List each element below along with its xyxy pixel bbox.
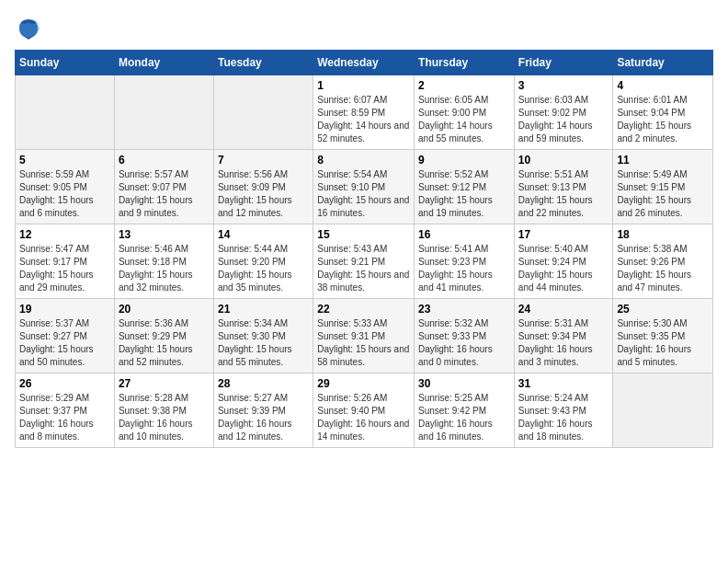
day-info: Sunrise: 5:30 AM Sunset: 9:35 PM Dayligh… (617, 317, 709, 369)
day-info: Sunrise: 5:38 AM Sunset: 9:26 PM Dayligh… (617, 243, 709, 294)
day-number: 5 (19, 154, 110, 167)
calendar-cell: 16Sunrise: 5:41 AM Sunset: 9:23 PM Dayli… (415, 224, 515, 299)
calendar-cell: 29Sunrise: 5:26 AM Sunset: 9:40 PM Dayli… (313, 373, 415, 448)
calendar-table: SundayMondayTuesdayWednesdayThursdayFrid… (15, 50, 713, 448)
day-info: Sunrise: 5:36 AM Sunset: 9:29 PM Dayligh… (119, 317, 210, 369)
weekday-header: Wednesday (313, 51, 415, 75)
weekday-header: Thursday (415, 51, 515, 75)
day-number: 30 (418, 377, 510, 390)
day-number: 31 (518, 377, 609, 390)
calendar-cell: 6Sunrise: 5:57 AM Sunset: 9:07 PM Daylig… (114, 150, 213, 224)
logo (15, 15, 46, 42)
weekday-header: Saturday (613, 51, 713, 75)
calendar-cell: 7Sunrise: 5:56 AM Sunset: 9:09 PM Daylig… (213, 150, 313, 224)
calendar-cell (114, 75, 213, 150)
calendar-cell (613, 373, 713, 448)
calendar-week-row: 26Sunrise: 5:29 AM Sunset: 9:37 PM Dayli… (16, 373, 713, 448)
day-number: 18 (617, 228, 709, 241)
calendar-week-row: 5Sunrise: 5:59 AM Sunset: 9:05 PM Daylig… (16, 150, 713, 224)
day-info: Sunrise: 5:51 AM Sunset: 9:13 PM Dayligh… (518, 168, 609, 220)
day-number: 26 (19, 377, 110, 390)
day-number: 2 (418, 79, 510, 92)
day-info: Sunrise: 5:52 AM Sunset: 9:12 PM Dayligh… (418, 168, 510, 220)
calendar-week-row: 1Sunrise: 6:07 AM Sunset: 8:59 PM Daylig… (16, 75, 713, 150)
day-info: Sunrise: 5:24 AM Sunset: 9:43 PM Dayligh… (518, 392, 609, 443)
calendar-body: 1Sunrise: 6:07 AM Sunset: 8:59 PM Daylig… (16, 75, 713, 448)
day-info: Sunrise: 5:25 AM Sunset: 9:42 PM Dayligh… (418, 392, 510, 443)
calendar-week-row: 19Sunrise: 5:37 AM Sunset: 9:27 PM Dayli… (16, 299, 713, 373)
calendar-cell: 11Sunrise: 5:49 AM Sunset: 9:15 PM Dayli… (613, 150, 713, 224)
calendar-cell: 19Sunrise: 5:37 AM Sunset: 9:27 PM Dayli… (16, 299, 115, 373)
day-info: Sunrise: 5:56 AM Sunset: 9:09 PM Dayligh… (218, 168, 309, 220)
calendar-cell: 21Sunrise: 5:34 AM Sunset: 9:30 PM Dayli… (213, 299, 313, 373)
day-number: 21 (218, 303, 309, 316)
calendar-cell: 31Sunrise: 5:24 AM Sunset: 9:43 PM Dayli… (514, 373, 613, 448)
weekday-header: Monday (114, 51, 213, 75)
day-info: Sunrise: 5:49 AM Sunset: 9:15 PM Dayligh… (617, 168, 709, 220)
day-number: 1 (317, 79, 410, 92)
calendar-header: SundayMondayTuesdayWednesdayThursdayFrid… (16, 51, 713, 75)
day-info: Sunrise: 5:46 AM Sunset: 9:18 PM Dayligh… (119, 243, 210, 294)
day-number: 6 (119, 154, 210, 167)
day-number: 16 (418, 228, 510, 241)
day-info: Sunrise: 5:54 AM Sunset: 9:10 PM Dayligh… (317, 168, 410, 220)
calendar-cell: 3Sunrise: 6:03 AM Sunset: 9:02 PM Daylig… (514, 75, 613, 150)
calendar-cell: 18Sunrise: 5:38 AM Sunset: 9:26 PM Dayli… (613, 224, 713, 299)
calendar-cell: 1Sunrise: 6:07 AM Sunset: 8:59 PM Daylig… (313, 75, 415, 150)
page-header (15, 15, 713, 42)
calendar-cell: 14Sunrise: 5:44 AM Sunset: 9:20 PM Dayli… (213, 224, 313, 299)
day-info: Sunrise: 5:40 AM Sunset: 9:24 PM Dayligh… (518, 243, 609, 294)
day-number: 11 (617, 154, 709, 167)
day-number: 4 (617, 79, 709, 92)
day-info: Sunrise: 5:59 AM Sunset: 9:05 PM Dayligh… (19, 168, 110, 220)
calendar-cell: 23Sunrise: 5:32 AM Sunset: 9:33 PM Dayli… (415, 299, 515, 373)
calendar-cell: 27Sunrise: 5:28 AM Sunset: 9:38 PM Dayli… (114, 373, 213, 448)
day-info: Sunrise: 6:03 AM Sunset: 9:02 PM Dayligh… (518, 94, 609, 145)
calendar-week-row: 12Sunrise: 5:47 AM Sunset: 9:17 PM Dayli… (16, 224, 713, 299)
day-info: Sunrise: 5:32 AM Sunset: 9:33 PM Dayligh… (418, 317, 510, 369)
day-info: Sunrise: 5:43 AM Sunset: 9:21 PM Dayligh… (317, 243, 410, 294)
day-number: 10 (518, 154, 609, 167)
day-info: Sunrise: 5:29 AM Sunset: 9:37 PM Dayligh… (19, 392, 110, 443)
day-number: 27 (119, 377, 210, 390)
day-number: 22 (317, 303, 410, 316)
day-number: 24 (518, 303, 609, 316)
header-row: SundayMondayTuesdayWednesdayThursdayFrid… (16, 51, 713, 75)
day-number: 19 (19, 303, 110, 316)
calendar-cell (16, 75, 115, 150)
day-number: 12 (19, 228, 110, 241)
day-number: 3 (518, 79, 609, 92)
calendar-cell: 25Sunrise: 5:30 AM Sunset: 9:35 PM Dayli… (613, 299, 713, 373)
calendar-cell: 24Sunrise: 5:31 AM Sunset: 9:34 PM Dayli… (514, 299, 613, 373)
day-number: 28 (218, 377, 309, 390)
calendar-cell: 5Sunrise: 5:59 AM Sunset: 9:05 PM Daylig… (16, 150, 115, 224)
day-number: 29 (317, 377, 410, 390)
weekday-header: Sunday (16, 51, 115, 75)
day-number: 14 (218, 228, 309, 241)
day-info: Sunrise: 5:34 AM Sunset: 9:30 PM Dayligh… (218, 317, 309, 369)
day-info: Sunrise: 6:05 AM Sunset: 9:00 PM Dayligh… (418, 94, 510, 145)
day-info: Sunrise: 5:33 AM Sunset: 9:31 PM Dayligh… (317, 317, 410, 369)
calendar-cell: 10Sunrise: 5:51 AM Sunset: 9:13 PM Dayli… (514, 150, 613, 224)
day-number: 9 (418, 154, 510, 167)
day-info: Sunrise: 5:41 AM Sunset: 9:23 PM Dayligh… (418, 243, 510, 294)
day-info: Sunrise: 6:01 AM Sunset: 9:04 PM Dayligh… (617, 94, 709, 145)
calendar-cell: 2Sunrise: 6:05 AM Sunset: 9:00 PM Daylig… (415, 75, 515, 150)
day-info: Sunrise: 5:31 AM Sunset: 9:34 PM Dayligh… (518, 317, 609, 369)
calendar-cell: 8Sunrise: 5:54 AM Sunset: 9:10 PM Daylig… (313, 150, 415, 224)
day-info: Sunrise: 5:44 AM Sunset: 9:20 PM Dayligh… (218, 243, 309, 294)
day-number: 20 (119, 303, 210, 316)
calendar-cell: 20Sunrise: 5:36 AM Sunset: 9:29 PM Dayli… (114, 299, 213, 373)
calendar-cell: 28Sunrise: 5:27 AM Sunset: 9:39 PM Dayli… (213, 373, 313, 448)
day-number: 23 (418, 303, 510, 316)
day-info: Sunrise: 5:26 AM Sunset: 9:40 PM Dayligh… (317, 392, 410, 443)
weekday-header: Friday (514, 51, 613, 75)
calendar-cell: 4Sunrise: 6:01 AM Sunset: 9:04 PM Daylig… (613, 75, 713, 150)
day-info: Sunrise: 5:47 AM Sunset: 9:17 PM Dayligh… (19, 243, 110, 294)
day-info: Sunrise: 5:27 AM Sunset: 9:39 PM Dayligh… (218, 392, 309, 443)
day-number: 8 (317, 154, 410, 167)
day-info: Sunrise: 6:07 AM Sunset: 8:59 PM Dayligh… (317, 94, 410, 145)
calendar-cell: 22Sunrise: 5:33 AM Sunset: 9:31 PM Dayli… (313, 299, 415, 373)
calendar-cell: 9Sunrise: 5:52 AM Sunset: 9:12 PM Daylig… (415, 150, 515, 224)
calendar-cell: 26Sunrise: 5:29 AM Sunset: 9:37 PM Dayli… (16, 373, 115, 448)
